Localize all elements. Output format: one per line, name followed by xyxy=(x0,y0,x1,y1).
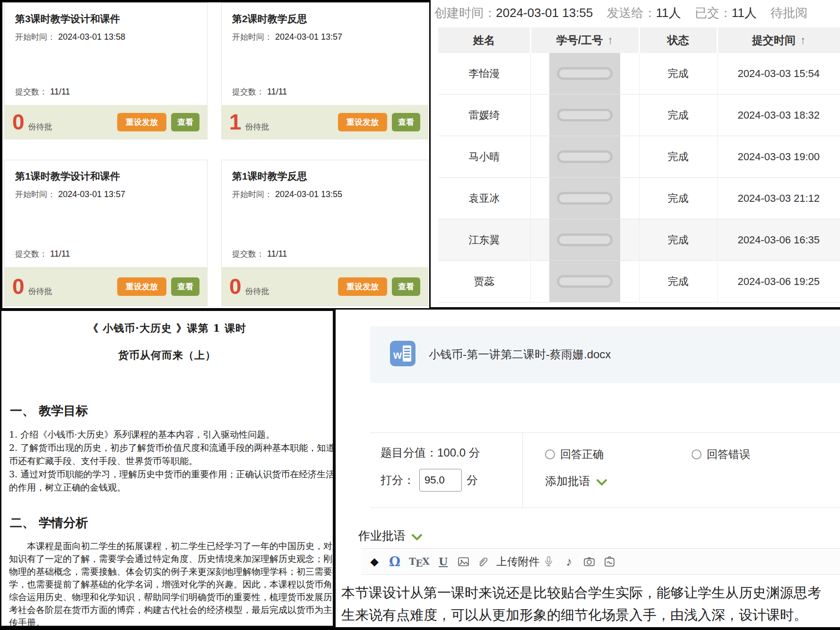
score-input[interactable] xyxy=(419,469,462,492)
student-id-redacted xyxy=(530,53,639,95)
sort-up-icon[interactable]: ↑ xyxy=(800,34,806,46)
assignment-title: 第1课时教学反思 xyxy=(232,170,417,183)
created-time-label: 创建时间： xyxy=(434,6,496,20)
submitted-file-row[interactable]: w 小钱币-第一讲第二课时-蔡雨姗.docx xyxy=(370,326,840,383)
reset-distribute-button[interactable]: 重设发放 xyxy=(117,113,166,131)
paperclip-icon[interactable] xyxy=(478,556,490,568)
photo-archive-icon[interactable] xyxy=(604,556,616,568)
chevron-down-icon xyxy=(411,530,423,544)
student-name: 袁亚冰 xyxy=(438,178,530,219)
student-id-redacted xyxy=(530,219,639,261)
assignment-card: 第3课时教学设计和课件 开始时间：2024-03-01 13:58 提交数：11… xyxy=(4,2,208,139)
view-button[interactable]: 查看 xyxy=(171,277,199,296)
chevron-down-icon xyxy=(596,475,607,489)
view-button[interactable]: 查看 xyxy=(171,113,199,131)
radio-circle-icon xyxy=(692,449,701,459)
comment-text-area[interactable]: 本节课设计从第一课时来说还是比较贴合学生实际，能够让学生从历史渊源思考 生来说有… xyxy=(341,582,840,626)
student-name: 李怡漫 xyxy=(438,53,530,95)
redaction-blur xyxy=(557,67,613,80)
learner-analysis: 本课程是面向初二学生的拓展课程，初二学生已经学习了一年的中国历史，对历 知识有了… xyxy=(1,540,333,627)
assignment-title: 第1课时教学设计和课件 xyxy=(15,170,197,183)
column-header-status: 状态 xyxy=(639,27,717,53)
start-time-value: 2024-03-01 13:57 xyxy=(275,32,342,42)
submissions-panel: 创建时间：2024-03-01 13:55 发送给：11人 已交：11人 待批阅… xyxy=(431,0,840,307)
submit-count-label: 提交数： xyxy=(15,87,47,96)
document-section-heading: 二、 学情分析 xyxy=(10,515,333,531)
reset-distribute-button[interactable]: 重设发放 xyxy=(117,277,166,296)
radio-circle-icon xyxy=(545,449,555,459)
status: 完成 xyxy=(639,95,717,136)
add-comment-toggle[interactable]: 添加批语 xyxy=(545,474,607,489)
student-id-redacted xyxy=(530,95,639,136)
column-header-name: 姓名 xyxy=(438,27,530,53)
start-time-label: 开始时间： xyxy=(15,190,55,199)
table-row: 袁亚冰 完成 2024-03-03 21:12 xyxy=(438,178,840,219)
music-note-icon[interactable]: ♪ xyxy=(563,554,575,569)
word-doc-icon: w xyxy=(390,341,416,368)
assignment-card: 第1课时教学反思 开始时间：2024-03-01 13:55 提交数：11/11… xyxy=(221,160,428,306)
submit-time: 2024-03-03 21:12 xyxy=(717,178,840,219)
svg-text:w: w xyxy=(393,349,402,361)
status: 完成 xyxy=(639,53,717,95)
status: 完成 xyxy=(639,261,717,302)
file-name[interactable]: 小钱币-第一讲第二课时-蔡雨姗.docx xyxy=(429,347,611,362)
radio-answer-correct[interactable]: 回答正确 xyxy=(545,447,604,462)
document-title-line2: 货币从何而来（上） xyxy=(1,348,333,362)
submit-time: 2024-03-03 15:54 xyxy=(717,53,840,95)
underline-icon[interactable]: U xyxy=(437,555,450,568)
submit-count-value: 11/11 xyxy=(267,249,287,259)
redaction-blur xyxy=(557,192,613,205)
eraser-icon[interactable]: ◆ xyxy=(368,555,381,568)
grade-section: 题目分值：100.0 分 打分： 分 回答正确 回答错误 添加批语 xyxy=(370,432,840,508)
submitted-value: 11人 xyxy=(732,6,757,20)
submit-time: 2024-03-06 16:35 xyxy=(717,219,840,261)
upload-attachment-button[interactable]: 上传附件 xyxy=(496,554,540,569)
view-button[interactable]: 查看 xyxy=(392,277,420,296)
grade-label: 打分： xyxy=(381,473,415,488)
status: 完成 xyxy=(639,136,717,178)
submit-count-value: 11/11 xyxy=(50,87,70,96)
pending-review-label: 待批阅 xyxy=(771,6,807,20)
document-title-line1: 《 小钱币·大历史 》课第 1 课时 xyxy=(1,321,333,336)
assignment-card: 第1课时教学设计和课件 开始时间：2024-03-01 13:57 提交数：11… xyxy=(4,160,208,306)
microphone-icon[interactable] xyxy=(543,556,555,568)
created-time-value: 2024-03-01 13:55 xyxy=(496,6,593,20)
submitted-label: 已交： xyxy=(695,6,732,20)
submit-count-label: 提交数： xyxy=(232,87,264,96)
start-time-value: 2024-03-01 13:55 xyxy=(275,190,342,199)
radio-answer-wrong[interactable]: 回答错误 xyxy=(692,447,750,462)
pending-count: 0 xyxy=(12,111,25,133)
omega-symbol-icon[interactable]: Ω xyxy=(389,554,401,569)
table-row: 贾蕊 完成 2024-03-06 19:25 xyxy=(438,261,840,302)
tex-formula-icon[interactable]: TEX xyxy=(409,556,429,567)
document-section-heading: 一、 教学目标 xyxy=(10,403,333,419)
pending-label: 份待批 xyxy=(28,121,52,132)
document-preview: 《 小钱币·大历史 》课第 1 课时 货币从何而来（上） 一、 教学目标 1. … xyxy=(0,310,334,627)
status: 完成 xyxy=(639,178,717,219)
homework-comment-toggle[interactable]: 作业批语 xyxy=(358,528,423,544)
start-time-label: 开始时间： xyxy=(15,33,55,42)
start-time-value: 2024-03-01 13:58 xyxy=(58,32,125,42)
sort-up-icon[interactable]: ↑ xyxy=(607,34,613,46)
start-time-label: 开始时间： xyxy=(232,33,272,42)
view-button[interactable]: 查看 xyxy=(392,113,420,131)
status: 完成 xyxy=(639,219,717,261)
submit-count-value: 11/11 xyxy=(50,249,70,259)
insert-image-icon[interactable] xyxy=(458,556,470,568)
column-header-student-id[interactable]: 学号/工号↑ xyxy=(530,27,639,53)
camera-icon[interactable] xyxy=(583,556,596,568)
divider xyxy=(522,433,523,508)
reset-distribute-button[interactable]: 重设发放 xyxy=(338,277,387,296)
student-name: 马小晴 xyxy=(438,136,530,178)
submit-count-label: 提交数： xyxy=(15,250,47,259)
teaching-objectives: 1. 介绍《小钱币·大历史》系列课程的基本内容，引入驱动性问题。 2. 了解货币… xyxy=(1,428,333,494)
comment-line: 生来说有点难度，可以从更加形象的细节化场景入手，由浅入深，设计课时。 xyxy=(341,604,840,626)
column-header-submit-time[interactable]: 提交时间↑ xyxy=(717,27,840,53)
reset-distribute-button[interactable]: 重设发放 xyxy=(338,113,387,131)
question-score-label: 题目分值： xyxy=(381,446,437,459)
pending-label: 份待批 xyxy=(245,121,269,132)
table-row: 雷媛绮 完成 2024-03-03 18:32 xyxy=(438,95,840,136)
score-unit: 分 xyxy=(467,473,478,488)
sent-to-value: 11人 xyxy=(656,6,681,20)
pending-count: 0 xyxy=(229,276,242,297)
